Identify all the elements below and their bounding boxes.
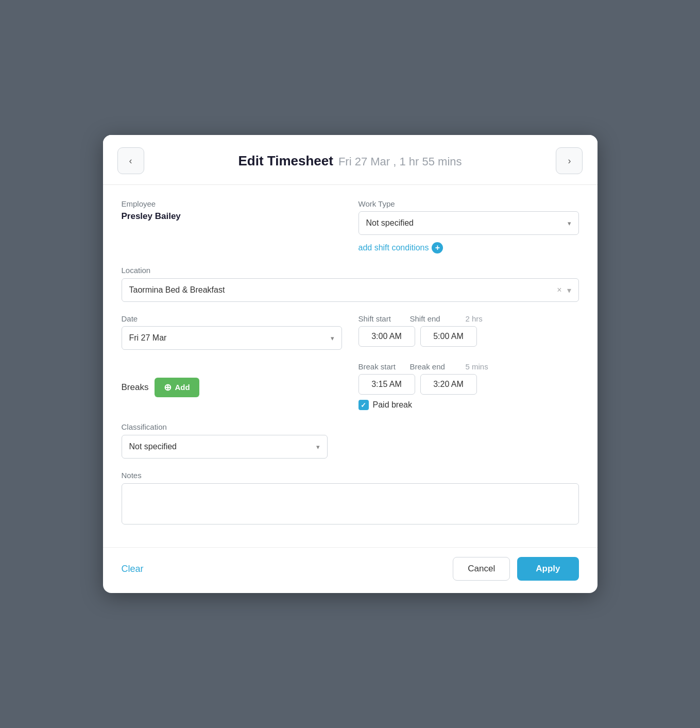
break-header-row: Break start Break end 5 mins xyxy=(358,362,579,371)
add-break-label: Add xyxy=(175,383,190,392)
add-shift-plus-icon: + xyxy=(432,242,443,253)
work-type-label: Work Type xyxy=(358,199,579,208)
date-field: Date Fri 27 Mar ▾ xyxy=(122,314,342,350)
break-duration: 5 mins xyxy=(466,362,488,371)
work-type-chevron-icon: ▾ xyxy=(568,219,571,227)
break-start-input[interactable]: 3:15 AM xyxy=(358,374,415,395)
classification-label: Classification xyxy=(122,422,167,431)
breaks-label-section: Breaks ⊕ Add xyxy=(122,362,342,410)
location-icons: × ▾ xyxy=(557,285,571,295)
classification-chevron-icon: ▾ xyxy=(316,443,320,451)
location-section: Location Taormina Bed & Breakfast × ▾ xyxy=(122,266,579,302)
shift-end-label: Shift end xyxy=(410,314,462,323)
employee-label: Employee xyxy=(122,199,342,208)
add-shift-conditions-link[interactable]: add shift conditions + xyxy=(358,242,579,253)
chevron-right-icon: › xyxy=(568,156,571,166)
shift-end-input[interactable]: 5:00 AM xyxy=(420,326,477,347)
work-type-field: Work Type Not specified ▾ add shift cond… xyxy=(358,199,579,253)
clear-location-icon[interactable]: × xyxy=(557,285,561,295)
chevron-left-icon: ‹ xyxy=(129,156,132,166)
notes-textarea[interactable] xyxy=(122,483,579,524)
location-chevron-icon: ▾ xyxy=(567,285,571,295)
paid-break-checkbox[interactable] xyxy=(358,400,369,410)
paid-break-label: Paid break xyxy=(373,400,413,410)
classification-value: Not specified xyxy=(129,442,177,451)
date-chevron-icon: ▾ xyxy=(331,334,334,342)
shift-header-row: Shift start Shift end 2 hrs xyxy=(358,314,579,323)
break-times-field: Break start Break end 5 mins 3:15 AM 3:2… xyxy=(358,362,579,410)
break-time-inputs: 3:15 AM 3:20 AM xyxy=(358,374,579,395)
work-type-select[interactable]: Not specified ▾ xyxy=(358,211,579,235)
work-type-value: Not specified xyxy=(366,218,414,228)
date-select[interactable]: Fri 27 Mar ▾ xyxy=(122,326,342,350)
shift-start-input[interactable]: 3:00 AM xyxy=(358,326,415,347)
paid-break-row: Paid break xyxy=(358,400,579,410)
location-label: Location xyxy=(122,266,151,275)
modal-footer: Clear Cancel Apply xyxy=(103,547,597,593)
employee-worktype-row: Employee Presley Bailey Work Type Not sp… xyxy=(122,199,579,253)
employee-field: Employee Presley Bailey xyxy=(122,199,342,253)
location-value: Taormina Bed & Breakfast xyxy=(129,285,225,295)
notes-section: Notes xyxy=(122,471,579,527)
add-break-button[interactable]: ⊕ Add xyxy=(155,378,199,397)
shift-times-field: Shift start Shift end 2 hrs 3:00 AM 5:00… xyxy=(358,314,579,350)
employee-value: Presley Bailey xyxy=(122,211,342,222)
location-select[interactable]: Taormina Bed & Breakfast × ▾ xyxy=(122,278,579,302)
header-title-group: Edit Timesheet Fri 27 Mar , 1 hr 55 mins xyxy=(238,153,462,169)
apply-button[interactable]: Apply xyxy=(517,557,578,581)
breaks-row: Breaks ⊕ Add Break start Break end 5 min… xyxy=(122,362,579,410)
add-shift-label: add shift conditions xyxy=(358,243,429,252)
breaks-label: Breaks xyxy=(122,382,149,393)
add-break-plus-icon: ⊕ xyxy=(164,382,172,393)
next-button[interactable]: › xyxy=(556,147,583,174)
modal-body: Employee Presley Bailey Work Type Not sp… xyxy=(103,185,597,547)
shift-duration: 2 hrs xyxy=(466,314,483,323)
shift-start-label: Shift start xyxy=(358,314,410,323)
date-shift-row: Date Fri 27 Mar ▾ Shift start Shift end … xyxy=(122,314,579,350)
classification-section: Classification Not specified ▾ xyxy=(122,422,579,459)
break-end-label: Break end xyxy=(410,362,462,371)
modal-title: Edit Timesheet xyxy=(238,153,333,169)
edit-timesheet-modal: ‹ Edit Timesheet Fri 27 Mar , 1 hr 55 mi… xyxy=(103,135,597,593)
modal-subtitle: Fri 27 Mar , 1 hr 55 mins xyxy=(338,155,462,168)
modal-header: ‹ Edit Timesheet Fri 27 Mar , 1 hr 55 mi… xyxy=(103,135,597,185)
date-value: Fri 27 Mar xyxy=(129,333,167,343)
cancel-button[interactable]: Cancel xyxy=(453,557,510,581)
break-start-label: Break start xyxy=(358,362,410,371)
notes-label: Notes xyxy=(122,471,142,480)
shift-time-inputs: 3:00 AM 5:00 AM xyxy=(358,326,579,347)
break-end-input[interactable]: 3:20 AM xyxy=(420,374,477,395)
clear-button[interactable]: Clear xyxy=(122,564,144,574)
footer-actions: Cancel Apply xyxy=(453,557,578,581)
prev-button[interactable]: ‹ xyxy=(117,147,144,174)
date-label: Date xyxy=(122,314,342,323)
classification-select[interactable]: Not specified ▾ xyxy=(122,435,328,459)
